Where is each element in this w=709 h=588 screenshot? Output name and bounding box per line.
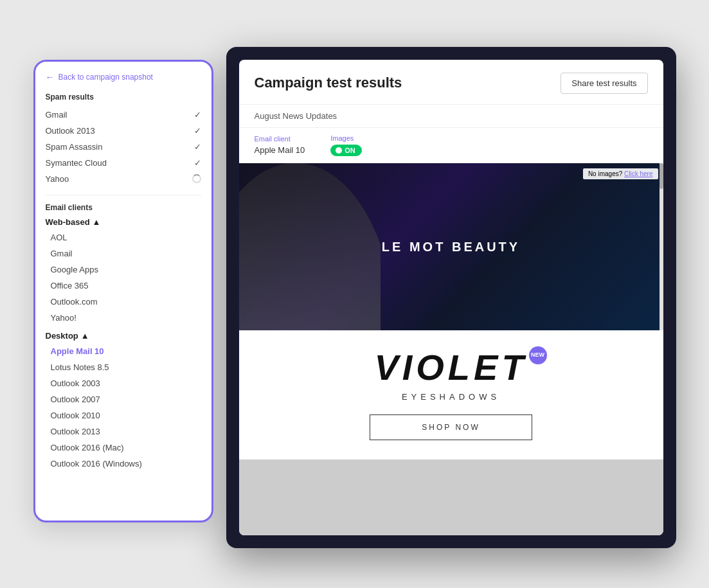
email-hero: LE MOT BEAUTY No images? Click here: [239, 163, 663, 330]
sidebar-item-outlook2016win[interactable]: Outlook 2016 (Windows): [46, 456, 201, 472]
web-based-header[interactable]: Web-based ▲: [46, 217, 201, 227]
email-body: VIOLET NEW EYESHADOWS SHOP NOW: [239, 330, 663, 459]
check-icon: ✓: [194, 158, 201, 168]
email-client-section: Email client Apple Mail 10: [255, 135, 305, 155]
sidebar-item-outlook2010[interactable]: Outlook 2010: [46, 407, 201, 423]
email-client-value: Apple Mail 10: [255, 145, 305, 155]
sidebar-item-lotusnotes[interactable]: Lotus Notes 8.5: [46, 359, 201, 375]
email-clients-title: Email clients: [46, 203, 201, 212]
spam-item-label: Symantec Cloud: [46, 158, 107, 168]
sidebar-item-outlookcom[interactable]: Outlook.com: [46, 294, 201, 310]
campaign-subheader: August News Updates: [239, 105, 663, 128]
share-button[interactable]: Share test results: [561, 73, 647, 94]
product-subtitle: EYESHADOWS: [402, 392, 500, 402]
desktop-header[interactable]: Desktop ▲: [46, 331, 201, 341]
loading-icon: [192, 174, 201, 183]
spam-item-label: Yahoo: [46, 174, 69, 184]
spam-item-label: Outlook 2013: [46, 126, 95, 136]
toggle-label: ON: [345, 147, 355, 154]
email-preview-inner: LE MOT BEAUTY No images? Click here VIOL…: [239, 163, 663, 535]
web-based-label: Web-based: [46, 217, 90, 227]
sidebar-item-yahoo[interactable]: Yahoo!: [46, 310, 201, 326]
hero-brand-text: LE MOT BEAUTY: [382, 239, 520, 254]
product-title: VIOLET NEW: [374, 350, 527, 386]
sidebar-item-googleapps[interactable]: Google Apps: [46, 262, 201, 278]
toggle-circle: [336, 147, 342, 154]
spam-item-outlook2013[interactable]: Outlook 2013 ✓: [46, 123, 201, 139]
email-client-label: Email client: [255, 135, 305, 143]
web-based-chevron-icon: ▲: [93, 217, 101, 227]
sidebar-item-outlook2003[interactable]: Outlook 2003: [46, 375, 201, 391]
desktop-label: Desktop: [46, 331, 78, 341]
spam-item-label: Spam Assassin: [46, 142, 103, 152]
page-title: Campaign test results: [255, 75, 402, 91]
sidebar-device: ← Back to campaign snapshot Spam results…: [33, 60, 213, 522]
spam-item-gmail[interactable]: Gmail ✓: [46, 107, 201, 123]
sidebar-item-outlook2007[interactable]: Outlook 2007: [46, 391, 201, 407]
screen-header: Campaign test results Share test results: [239, 60, 663, 105]
email-preview: LE MOT BEAUTY No images? Click here VIOL…: [239, 163, 663, 535]
desktop-group: Desktop ▲ Apple Mail 10 Lotus Notes 8.5 …: [46, 331, 201, 472]
scrollbar: [660, 163, 663, 330]
back-link[interactable]: ← Back to campaign snapshot: [46, 72, 201, 82]
spam-item-label: Gmail: [46, 110, 67, 120]
images-toggle[interactable]: ON: [330, 145, 362, 156]
images-section: Images ON: [330, 134, 362, 156]
sidebar-item-outlook2016mac[interactable]: Outlook 2016 (Mac): [46, 440, 201, 456]
spam-section-title: Spam results: [46, 93, 201, 102]
spam-item-spamassassin[interactable]: Spam Assassin ✓: [46, 139, 201, 155]
check-icon: ✓: [194, 126, 201, 136]
spam-item-yahoo[interactable]: Yahoo: [46, 171, 201, 187]
client-info-row: Email client Apple Mail 10 Images ON: [239, 128, 663, 163]
images-label: Images: [330, 134, 362, 142]
sidebar-item-outlook2013-desktop[interactable]: Outlook 2013: [46, 423, 201, 440]
no-images-link[interactable]: Click here: [624, 170, 652, 177]
sidebar-content: ← Back to campaign snapshot Spam results…: [35, 72, 211, 510]
sidebar-item-office365[interactable]: Office 365: [46, 278, 201, 294]
campaign-name: August News Updates: [255, 111, 337, 121]
back-arrow-icon: ←: [46, 72, 55, 82]
check-icon: ✓: [194, 142, 201, 152]
sidebar-item-aol[interactable]: AOL: [46, 229, 201, 245]
no-images-bar: No images? Click here: [583, 168, 658, 179]
spam-item-symantec[interactable]: Symantec Cloud ✓: [46, 155, 201, 171]
sidebar-item-gmail[interactable]: Gmail: [46, 245, 201, 262]
back-label: Back to campaign snapshot: [58, 73, 153, 82]
laptop-device: Campaign test results Share test results…: [226, 47, 676, 548]
desktop-chevron-icon: ▲: [81, 331, 89, 341]
no-images-text: No images?: [588, 170, 622, 177]
product-badge: NEW: [529, 346, 547, 364]
shop-now-button[interactable]: SHOP NOW: [370, 414, 532, 440]
check-icon: ✓: [194, 110, 201, 120]
sidebar-item-applemail10[interactable]: Apple Mail 10: [46, 343, 201, 359]
web-based-group: Web-based ▲ AOL Gmail Google Apps Office…: [46, 217, 201, 326]
divider: [46, 195, 201, 195]
scrollbar-thumb: [660, 163, 663, 189]
screen: Campaign test results Share test results…: [239, 60, 663, 535]
product-title-text: VIOLET: [374, 347, 527, 388]
